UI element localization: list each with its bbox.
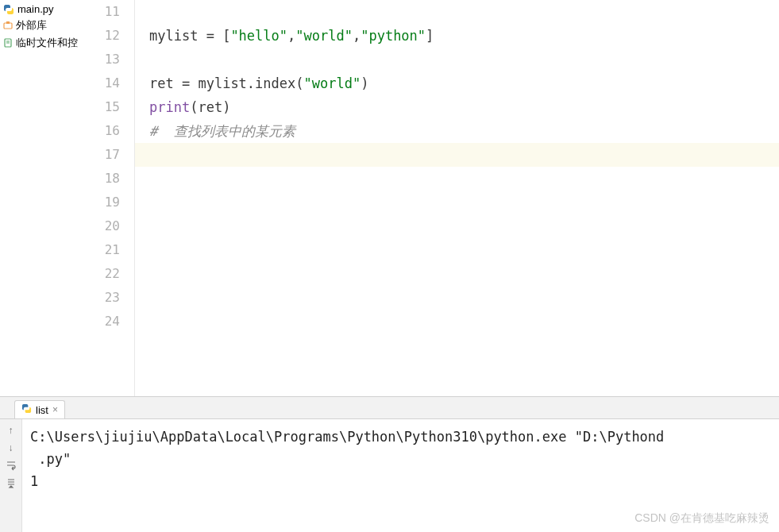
line-number[interactable]: 15 xyxy=(79,95,120,119)
code-line[interactable] xyxy=(135,143,779,167)
sidebar-item-scratch[interactable]: 临时文件和控 xyxy=(0,34,79,52)
sidebar-item-label: 外部库 xyxy=(16,18,47,33)
sidebar-item-mainpy[interactable]: main.py xyxy=(0,2,79,17)
sidebar-item-external[interactable]: 外部库 xyxy=(0,17,79,34)
soft-wrap-icon[interactable] xyxy=(5,459,17,472)
down-arrow-icon[interactable]: ↓ xyxy=(5,441,17,454)
run-panel: list × ↑ ↓ C:\Users\jiujiu\AppData\Local… xyxy=(0,397,779,532)
code-line[interactable] xyxy=(135,214,779,238)
code-line[interactable] xyxy=(135,286,779,310)
code-token: , xyxy=(287,28,295,44)
console-tab-list[interactable]: list × xyxy=(14,400,65,418)
python-file-icon xyxy=(21,403,32,416)
code-token: = xyxy=(182,75,198,91)
scroll-to-end-icon[interactable] xyxy=(5,476,17,489)
code-line[interactable]: print(ret) xyxy=(135,95,779,119)
line-number[interactable]: 12 xyxy=(79,24,120,48)
line-number[interactable]: 21 xyxy=(79,238,120,262)
console-line: .py" xyxy=(38,451,71,467)
code-token: ret xyxy=(149,75,182,91)
code-token: # 查找列表中的某元素 xyxy=(149,123,295,139)
code-token: ] xyxy=(426,28,434,44)
code-line[interactable]: mylist = ["hello","world","python"] xyxy=(135,24,779,48)
external-lib-icon xyxy=(3,21,13,30)
scratch-icon xyxy=(3,38,13,48)
code-line[interactable]: # 查找列表中的某元素 xyxy=(135,119,779,143)
code-token: , xyxy=(353,28,361,44)
line-number[interactable]: 19 xyxy=(79,191,120,214)
line-number[interactable]: 24 xyxy=(79,310,120,333)
console-tab-bar: list × xyxy=(0,397,779,419)
code-token: "world" xyxy=(295,28,353,44)
line-number[interactable]: 17 xyxy=(79,143,120,167)
code-line[interactable] xyxy=(135,238,779,262)
sidebar-item-label: main.py xyxy=(17,3,54,15)
console-line: 1 xyxy=(30,473,38,489)
code-token: "world" xyxy=(304,75,361,91)
line-number[interactable]: 13 xyxy=(79,48,120,71)
sidebar-item-label: 临时文件和控 xyxy=(16,36,78,50)
code-token: (ret) xyxy=(190,99,230,115)
up-arrow-icon[interactable]: ↑ xyxy=(5,424,17,437)
console-output[interactable]: C:\Users\jiujiu\AppData\Local\Programs\P… xyxy=(22,419,779,532)
console-toolbar: ↑ ↓ xyxy=(0,419,22,532)
line-number[interactable]: 22 xyxy=(79,262,120,286)
console-tab-label: list xyxy=(36,404,48,416)
code-token: print xyxy=(149,99,190,115)
code-line[interactable] xyxy=(135,191,779,214)
code-line[interactable] xyxy=(135,262,779,286)
line-gutter[interactable]: 1112131415161718192021222324 xyxy=(79,0,135,396)
line-number[interactable]: 14 xyxy=(79,71,120,95)
code-token: mylist.index( xyxy=(198,75,303,91)
svg-rect-1 xyxy=(6,21,10,24)
code-line[interactable] xyxy=(135,48,779,71)
code-token: "python" xyxy=(361,28,426,44)
code-line[interactable] xyxy=(135,310,779,333)
close-icon[interactable]: × xyxy=(52,404,58,415)
python-file-icon xyxy=(3,4,14,15)
code-token: = [ xyxy=(206,28,231,44)
line-number[interactable]: 11 xyxy=(79,0,120,24)
svg-rect-0 xyxy=(4,23,12,29)
console-line: C:\Users\jiujiu\AppData\Local\Programs\P… xyxy=(30,429,664,445)
code-line[interactable] xyxy=(135,0,779,24)
line-number[interactable]: 16 xyxy=(79,119,120,143)
code-token: mylist xyxy=(149,28,206,44)
code-token: ) xyxy=(361,75,368,91)
line-number[interactable]: 23 xyxy=(79,286,120,310)
line-number[interactable]: 18 xyxy=(79,167,120,191)
code-line[interactable]: ret = mylist.index("world") xyxy=(135,71,779,95)
code-line[interactable] xyxy=(135,167,779,191)
code-editor[interactable]: mylist = ["hello","world","python"]ret =… xyxy=(135,0,779,396)
project-sidebar[interactable]: main.py 外部库 临时文件和控 xyxy=(0,0,79,396)
line-number[interactable]: 20 xyxy=(79,214,120,238)
code-token: "hello" xyxy=(230,28,287,44)
